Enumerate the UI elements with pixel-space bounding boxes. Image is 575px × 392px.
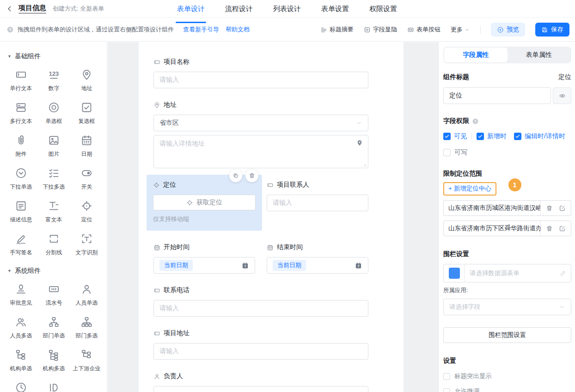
- palette-item-image[interactable]: 图片: [37, 134, 70, 158]
- nav-tab-1[interactable]: 表单设计: [177, 0, 205, 18]
- palette-item-dept-multi[interactable]: 部门多选: [70, 316, 103, 340]
- hint-link-1[interactable]: 查看新手引导: [183, 25, 219, 34]
- permission-option-2[interactable]: 新增时: [477, 132, 507, 141]
- palette-item-select-multi[interactable]: 下拉多选: [37, 167, 70, 191]
- nav-tab-2[interactable]: 流程设计: [225, 0, 253, 18]
- palette-item-address[interactable]: 地址: [70, 68, 103, 92]
- calendar-picker-icon[interactable]: 7: [241, 262, 249, 270]
- selected-location-field[interactable]: 定位 获取定位 仅支持移动端: [147, 175, 262, 231]
- nav-tab-3[interactable]: 列表设计: [273, 0, 301, 18]
- copy-field-button[interactable]: [229, 169, 242, 182]
- calendar-picker-icon[interactable]: 7: [355, 262, 362, 270]
- panel-tab-2[interactable]: 表单属性: [508, 48, 571, 62]
- field-address[interactable]: 地址 省市区 请输入详情地址: [153, 101, 368, 168]
- palette-item-checkbox[interactable]: 复选框: [70, 101, 103, 125]
- nav-tab-4[interactable]: 表单设置: [321, 0, 349, 18]
- palette-item-clock[interactable]: [5, 381, 37, 392]
- palette-item-switch[interactable]: 开关: [70, 167, 103, 191]
- checkbox-unchecked[interactable]: [443, 373, 450, 380]
- address-detail-textarea[interactable]: 请输入详情地址: [153, 135, 368, 168]
- palette-item-org-single[interactable]: 机构单选: [5, 349, 37, 373]
- location-center-text[interactable]: 山东省济南市历下区舜华路街道办: [444, 224, 540, 233]
- component-title-input[interactable]: 定位: [443, 87, 551, 104]
- fence-range-button[interactable]: 围栏范围设置: [443, 327, 571, 343]
- region-select[interactable]: 省市区: [153, 115, 368, 131]
- get-location-button[interactable]: 获取定位: [153, 195, 256, 210]
- setting-option-2[interactable]: 允许微调: [443, 387, 571, 392]
- palette-item-org-multi[interactable]: 机构多选: [37, 349, 70, 373]
- location-pin-icon[interactable]: [356, 139, 363, 147]
- permission-option-1[interactable]: 可见: [443, 132, 467, 141]
- owner-picker-input[interactable]: [153, 386, 368, 392]
- field-phone[interactable]: 联系电话 请输入: [153, 286, 368, 317]
- trash-icon[interactable]: [546, 225, 553, 232]
- palette-item-rich-text[interactable]: 富文本: [37, 200, 70, 224]
- person-add-icon[interactable]: [355, 391, 362, 392]
- palette-item-person-multi[interactable]: 人员多选: [5, 316, 37, 340]
- resize-handle-icon[interactable]: [361, 161, 367, 167]
- palette-item-divider-line[interactable]: 分割线: [37, 233, 70, 257]
- toolbar-action-1[interactable]: 标题摘要: [320, 25, 354, 34]
- add-location-center-link[interactable]: + 新增定位中心: [443, 182, 496, 196]
- field-start-time[interactable]: 开始时间 当前日期 7: [153, 243, 255, 274]
- start-date-input[interactable]: 当前日期 7: [153, 257, 255, 274]
- field-project-address[interactable]: 项目地址 请输入: [153, 329, 368, 360]
- palette-item-locate[interactable]: 定位: [70, 200, 103, 224]
- fence-datasource-input[interactable]: 请选择数据源表单: [465, 269, 559, 277]
- trash-icon[interactable]: [546, 205, 553, 212]
- nav-tab-5[interactable]: 权限设置: [369, 0, 397, 18]
- fence-field-select[interactable]: 请选择字段: [443, 299, 571, 315]
- palette-item-multi-line-text[interactable]: 多行文本: [5, 101, 37, 125]
- palette-item-date[interactable]: 日期: [70, 134, 103, 158]
- save-button[interactable]: 保存: [535, 23, 569, 37]
- permission-option-3[interactable]: 编辑时/详情时: [514, 132, 565, 141]
- palette-item-ocr[interactable]: 文字识别: [70, 233, 103, 257]
- end-date-input[interactable]: 当前日期 7: [267, 257, 368, 274]
- palette-group-title-1[interactable]: ▼基础组件: [7, 52, 107, 61]
- edit-icon[interactable]: [559, 225, 566, 232]
- phone-input[interactable]: 请输入: [153, 300, 368, 317]
- title-visibility-button[interactable]: [553, 87, 571, 104]
- toolbar-action-2[interactable]: 字段显隐: [364, 25, 397, 34]
- palette-item-id[interactable]: [37, 381, 70, 392]
- project-address-input[interactable]: 请输入: [153, 343, 368, 360]
- checkbox-checked[interactable]: [443, 133, 451, 140]
- hint-link-2[interactable]: 帮助文档: [226, 25, 250, 34]
- checkbox-checked[interactable]: [514, 133, 521, 140]
- checkbox-checked[interactable]: [477, 133, 484, 140]
- palette-item-number[interactable]: 123数字: [37, 68, 70, 92]
- link-icon[interactable]: [559, 270, 566, 277]
- palette-item-attachment[interactable]: 附件: [5, 134, 37, 158]
- fence-color-swatch-cell[interactable]: [444, 264, 465, 282]
- palette-item-radio[interactable]: 单选框: [37, 101, 70, 125]
- palette-item-select-single[interactable]: 下拉单选: [5, 167, 37, 191]
- edit-icon[interactable]: [559, 205, 566, 212]
- toolbar-action-3[interactable]: 表单按钮: [407, 25, 440, 34]
- back-button[interactable]: [6, 5, 14, 13]
- location-center-text[interactable]: 山东省济南市历城区港沟街道汉峪: [444, 204, 540, 212]
- panel-tab-1[interactable]: 字段属性: [444, 48, 508, 62]
- field-project-name[interactable]: 项目名称 请输入: [153, 58, 368, 88]
- setting-option-1[interactable]: 标题突出显示: [443, 372, 571, 380]
- more-button[interactable]: 更多: [451, 25, 470, 34]
- palette-item-serial-number[interactable]: 流水号: [37, 283, 70, 307]
- palette-item-person-single[interactable]: 人员单选: [70, 283, 103, 307]
- project-name-input[interactable]: 请输入: [153, 72, 368, 88]
- palette-item-single-line-text[interactable]: 单行文本: [5, 68, 37, 92]
- fence-datasource-row[interactable]: 请选择数据源表单: [443, 264, 571, 282]
- preview-button[interactable]: 预览: [491, 23, 525, 37]
- delete-field-button[interactable]: [245, 169, 258, 182]
- page-title[interactable]: 项目信息: [18, 4, 46, 13]
- field-contact[interactable]: 项目联系人 请输入: [267, 181, 368, 211]
- field-end-time[interactable]: 结束时间 当前日期 7: [267, 243, 368, 274]
- checkbox-unchecked[interactable]: [443, 149, 451, 156]
- writable-checkbox-row[interactable]: 可写: [443, 148, 571, 157]
- checkbox-unchecked[interactable]: [443, 388, 450, 392]
- palette-item-updown-enterprise[interactable]: 上下游企业: [70, 349, 103, 373]
- field-owner[interactable]: 负责人: [153, 372, 368, 392]
- palette-group-title-2[interactable]: ▼系统组件: [7, 267, 107, 275]
- contact-input[interactable]: 请输入: [267, 195, 368, 211]
- palette-item-signature[interactable]: 手写签名: [5, 233, 37, 257]
- palette-item-approval[interactable]: 审批意见: [5, 283, 37, 307]
- palette-item-dept-single[interactable]: 部门单选: [37, 316, 70, 340]
